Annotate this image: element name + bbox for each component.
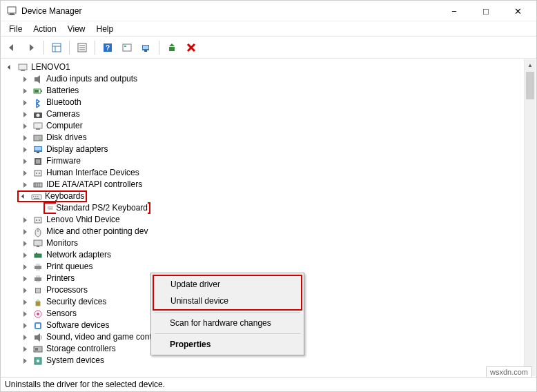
svg-rect-26 [34, 123, 42, 128]
svg-point-37 [39, 173, 40, 174]
vertical-scrollbar[interactable]: ▲ ▼ [524, 59, 536, 376]
forward-button[interactable] [23, 39, 39, 56]
chevron-right-icon[interactable] [20, 227, 30, 237]
category-audio-inputs-and-outputs[interactable]: Audio inputs and outputs [1, 73, 536, 85]
chevron-right-icon[interactable] [20, 309, 30, 319]
svg-rect-13 [124, 46, 126, 47]
update-driver-button[interactable] [164, 39, 180, 56]
chevron-right-icon[interactable] [20, 297, 30, 307]
chevron-right-icon[interactable] [20, 86, 30, 96]
show-hide-tree-button[interactable] [48, 39, 65, 56]
category-label: Keyboards [45, 190, 84, 202]
menu-file[interactable]: File [3, 23, 28, 35]
category-system-devices[interactable]: System devices [1, 355, 536, 366]
chevron-right-icon[interactable] [20, 356, 30, 366]
category-computer[interactable]: Computer [1, 120, 536, 132]
chevron-right-icon[interactable] [20, 344, 30, 354]
chevron-down-icon[interactable] [5, 63, 14, 72]
chevron-right-icon[interactable] [20, 321, 30, 331]
menu-help[interactable]: Help [91, 23, 119, 35]
category-label: Processors [46, 284, 88, 296]
chevron-down-icon[interactable] [19, 192, 28, 202]
scan-hardware-button[interactable] [138, 39, 155, 56]
chevron-right-icon[interactable] [20, 286, 30, 295]
category-human-interface-devices[interactable]: Human Interface Devices [1, 167, 536, 179]
tree-root[interactable]: LENOVO1 [1, 61, 536, 73]
toolbar-separator [43, 41, 44, 55]
context-uninstall-device[interactable]: Uninstall device [154, 293, 301, 309]
svg-rect-50 [51, 208, 52, 208]
properties-button[interactable] [74, 39, 90, 56]
chevron-right-icon[interactable] [20, 168, 30, 178]
statusbar: Uninstalls the driver for the selected d… [1, 377, 536, 391]
menu-view[interactable]: View [62, 23, 91, 35]
uninstall-button[interactable] [183, 39, 199, 56]
category-label: Disk drives [46, 132, 87, 144]
device-standard-ps-2-keyboard[interactable]: Standard PS/2 Keyboard [43, 202, 150, 214]
toolbar-separator [69, 41, 70, 55]
category-print-queues[interactable]: Print queues [1, 261, 536, 273]
chevron-right-icon[interactable] [20, 180, 30, 190]
toolbar-separator [95, 41, 95, 55]
chevron-right-icon[interactable] [20, 333, 30, 342]
category-cameras[interactable]: Cameras [1, 108, 536, 120]
chevron-right-icon[interactable] [20, 133, 30, 143]
svg-rect-31 [35, 147, 41, 150]
security-icon [32, 297, 43, 308]
maximize-button[interactable]: □ [470, 1, 502, 21]
chevron-right-icon[interactable] [20, 251, 30, 260]
help-button[interactable]: ? [99, 39, 116, 56]
minimize-button[interactable]: − [438, 1, 470, 21]
bluetooth-icon [32, 97, 43, 108]
device-label: Standard PS/2 Keyboard [56, 202, 148, 214]
chevron-right-icon[interactable] [20, 110, 30, 119]
category-label: Batteries [46, 85, 79, 97]
category-label: Printers [46, 273, 75, 284]
device-tree[interactable]: LENOVO1 Audio inputs and outputsBatterie… [1, 59, 536, 377]
menu-action[interactable]: Action [28, 23, 61, 35]
chevron-right-icon[interactable] [20, 239, 30, 248]
chevron-right-icon[interactable] [20, 145, 30, 155]
svg-rect-73 [36, 324, 40, 328]
context-scan-hardware[interactable]: Scan for hardware changes [153, 315, 302, 331]
category-batteries[interactable]: Batteries [1, 85, 536, 97]
category-mice-and-other-pointing-dev[interactable]: Mice and other pointing dev [1, 226, 536, 237]
svg-rect-35 [35, 170, 41, 176]
chevron-right-icon[interactable] [20, 75, 30, 84]
category-monitors[interactable]: Monitors [1, 237, 536, 249]
category-keyboards[interactable]: Keyboards [17, 190, 87, 202]
category-bluetooth[interactable]: Bluetooth [1, 97, 536, 108]
watermark: wsxdn.com [486, 366, 532, 378]
svg-rect-62 [36, 264, 40, 266]
chevron-right-icon[interactable] [20, 274, 30, 284]
context-properties[interactable]: Properties [153, 336, 302, 353]
action-icon[interactable] [119, 39, 135, 56]
back-button[interactable] [3, 39, 20, 56]
category-firmware[interactable]: Firmware [1, 155, 536, 167]
category-label: System devices [46, 355, 104, 366]
chevron-right-icon[interactable] [20, 121, 30, 131]
computer-icon [17, 62, 28, 73]
storage-icon [32, 344, 43, 355]
svg-rect-66 [36, 281, 40, 282]
category-display-adapters[interactable]: Display adapters [1, 144, 536, 155]
category-ide-ata-atapi-controllers[interactable]: IDE ATA/ATAPI controllers [1, 179, 536, 190]
category-disk-drives[interactable]: Disk drives [1, 132, 536, 144]
chevron-right-icon[interactable] [20, 157, 30, 166]
svg-rect-59 [35, 254, 41, 257]
category-lenovo-vhid-device[interactable]: Lenovo Vhid Device [1, 214, 536, 226]
context-update-driver[interactable]: Update driver [154, 276, 301, 293]
category-label: IDE ATA/ATAPI controllers [46, 179, 142, 190]
category-network-adapters[interactable]: Network adapters [1, 249, 536, 261]
speaker-icon [32, 74, 43, 85]
scroll-up-icon[interactable]: ▲ [525, 59, 536, 71]
svg-rect-44 [35, 196, 37, 197]
svg-rect-69 [36, 302, 40, 306]
scroll-thumb[interactable] [526, 72, 534, 99]
chevron-right-icon[interactable] [20, 98, 30, 108]
category-label: Mice and other pointing dev [46, 226, 148, 237]
close-button[interactable]: ✕ [502, 1, 534, 21]
chevron-right-icon[interactable] [20, 215, 30, 225]
svg-rect-0 [8, 7, 16, 13]
chevron-right-icon[interactable] [20, 262, 30, 272]
